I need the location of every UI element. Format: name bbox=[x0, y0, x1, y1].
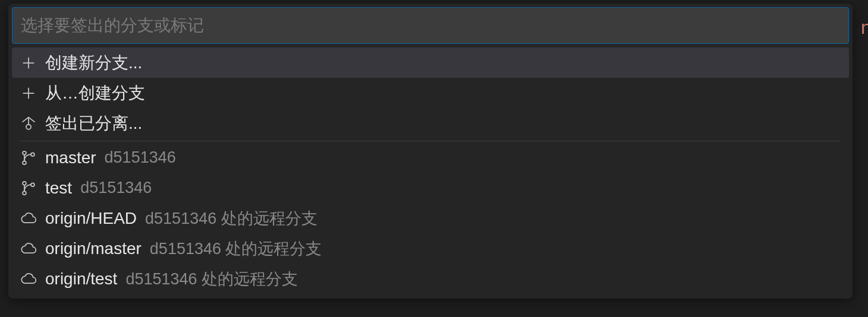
plus-icon bbox=[20, 85, 37, 102]
action-label: 签出已分离... bbox=[45, 112, 142, 135]
quick-pick-list: 创建新分支... 从…创建分支 签出已分离... master d5151346 bbox=[8, 46, 853, 299]
remote-item-origin-head[interactable]: origin/HEAD d5151346 处的远程分支 bbox=[12, 203, 849, 233]
branch-desc: d5151346 处的远程分支 bbox=[125, 268, 298, 290]
branch-name: master bbox=[45, 148, 96, 167]
list-separator bbox=[20, 141, 841, 141]
action-create-branch-from[interactable]: 从…创建分支 bbox=[12, 78, 849, 108]
cloud-icon bbox=[20, 210, 37, 227]
branch-name: origin/HEAD bbox=[45, 209, 137, 228]
svg-point-2 bbox=[23, 161, 26, 164]
action-checkout-detached[interactable]: 签出已分离... bbox=[12, 108, 849, 138]
tag-icon bbox=[20, 115, 37, 132]
action-label: 从…创建分支 bbox=[45, 82, 145, 104]
quick-pick-panel: 创建新分支... 从…创建分支 签出已分离... master d5151346 bbox=[8, 4, 853, 299]
svg-point-5 bbox=[23, 191, 26, 195]
branch-name: origin/test bbox=[45, 270, 117, 289]
plus-icon bbox=[20, 55, 37, 71]
branch-item-test[interactable]: test d5151346 bbox=[12, 173, 849, 203]
branch-desc: d5151346 bbox=[105, 148, 176, 167]
branch-desc: d5151346 处的远程分支 bbox=[145, 208, 317, 229]
branch-name: test bbox=[45, 179, 72, 198]
branch-name: origin/master bbox=[45, 239, 141, 258]
branch-desc: d5151346 处的远程分支 bbox=[150, 238, 322, 259]
svg-point-3 bbox=[31, 153, 34, 156]
background-text-fragment: n bbox=[861, 17, 868, 39]
svg-point-0 bbox=[26, 124, 31, 129]
branch-desc: d5151346 bbox=[80, 179, 152, 197]
input-wrapper bbox=[8, 4, 853, 46]
svg-point-4 bbox=[23, 181, 26, 185]
svg-point-6 bbox=[31, 183, 34, 186]
action-label: 创建新分支... bbox=[45, 52, 142, 74]
branch-item-master[interactable]: master d5151346 bbox=[12, 142, 849, 173]
branch-icon bbox=[20, 180, 37, 196]
action-create-branch[interactable]: 创建新分支... bbox=[12, 47, 849, 78]
cloud-icon bbox=[20, 271, 37, 287]
branch-icon bbox=[20, 150, 37, 166]
svg-point-1 bbox=[23, 151, 26, 154]
remote-item-origin-master[interactable]: origin/master d5151346 处的远程分支 bbox=[12, 233, 849, 264]
remote-item-origin-test[interactable]: origin/test d5151346 处的远程分支 bbox=[12, 264, 849, 294]
branch-search-input[interactable] bbox=[12, 7, 849, 44]
cloud-icon bbox=[20, 240, 37, 257]
